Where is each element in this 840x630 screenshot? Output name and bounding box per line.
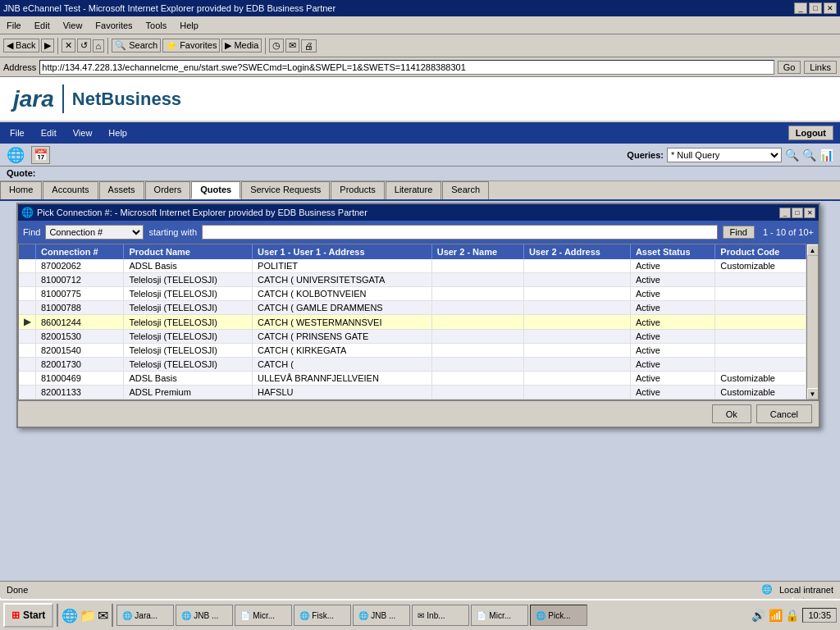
status-right: 🌐 Local intranet: [761, 584, 833, 595]
tab-accounts[interactable]: Accounts: [43, 181, 98, 199]
toolbar-separator-1: [57, 38, 58, 54]
app-menu-edit[interactable]: Edit: [38, 126, 60, 139]
app-menu-file[interactable]: File: [7, 126, 28, 139]
mail-button[interactable]: ✉: [285, 39, 299, 52]
back-button[interactable]: ◀ Back: [3, 39, 39, 52]
user1addr-10: HAFSLU: [253, 386, 432, 399]
minimize-button[interactable]: _: [794, 2, 807, 14]
taskbar-micr2-button[interactable]: 📄 Micr...: [471, 605, 528, 626]
popup-restore-button[interactable]: □: [792, 208, 803, 218]
tab-literature[interactable]: Literature: [386, 181, 441, 199]
taskbar-ie-icon[interactable]: 🌐: [62, 608, 78, 623]
tab-search[interactable]: Search: [442, 181, 489, 199]
menu-help[interactable]: Help: [176, 19, 202, 32]
menu-file[interactable]: File: [3, 19, 25, 32]
popup-minimize-button[interactable]: _: [779, 208, 791, 218]
address-input[interactable]: [39, 60, 774, 75]
go-button[interactable]: Go: [778, 61, 801, 74]
table-row[interactable]: 82001133 ADSL Premium HAFSLU Active Cust…: [19, 386, 806, 399]
menu-view[interactable]: View: [60, 19, 86, 32]
table-row[interactable]: 82001540 Telelosji (TELELOSJI) CATCH ( K…: [19, 344, 806, 358]
taskbar-jara-button[interactable]: 🌐 Jara...: [116, 605, 174, 626]
query-search-icon-2[interactable]: 🔍: [802, 148, 816, 162]
media-button[interactable]: ▶ Media: [221, 39, 262, 52]
table-row[interactable]: 81000712 Telelosji (TELELOSJI) CATCH ( U…: [19, 273, 806, 287]
row-arrow-1: [19, 259, 36, 273]
taskbar-separator-2: [112, 604, 113, 627]
table-row[interactable]: 81000788 Telelosji (TELELOSJI) CATCH ( G…: [19, 301, 806, 315]
query-search-icon-1[interactable]: 🔍: [785, 148, 799, 162]
popup-table-scrollbar[interactable]: ▲ ▼: [806, 244, 818, 399]
menu-tools[interactable]: Tools: [143, 19, 171, 32]
user2name-5: [431, 315, 523, 330]
clock: 10:35: [802, 608, 837, 623]
ok-button[interactable]: Ok: [712, 404, 751, 423]
connection-9: 81000469: [36, 372, 124, 386]
taskbar-inbox-icon: ✉: [418, 611, 424, 620]
table-row[interactable]: 87002062 ADSL Basis POLITIET Active Cust…: [19, 259, 806, 273]
taskbar-micr1-button[interactable]: 📄 Micr...: [235, 605, 292, 626]
table-row[interactable]: 82001530 Telelosji (TELELOSJI) CATCH ( P…: [19, 330, 806, 344]
code-7: [715, 344, 806, 358]
scroll-down-button[interactable]: ▼: [807, 388, 819, 399]
cancel-button[interactable]: Cancel: [756, 404, 812, 423]
favorites-button[interactable]: ⭐ Favorites: [162, 39, 220, 52]
app-menu-help[interactable]: Help: [105, 126, 130, 139]
tab-service-requests[interactable]: Service Requests: [241, 181, 330, 199]
taskbar-fisk-icon: 🌐: [299, 611, 309, 620]
taskbar-pick-button[interactable]: 🌐 Pick...: [530, 605, 587, 626]
popup-close-button[interactable]: ✕: [804, 208, 815, 218]
close-button[interactable]: ✕: [824, 2, 837, 14]
search-button[interactable]: 🔍 Search: [112, 39, 161, 52]
stop-button[interactable]: ✕: [62, 39, 75, 52]
taskbar-pick-icon: 🌐: [536, 611, 546, 620]
tab-home[interactable]: Home: [0, 181, 42, 199]
table-row[interactable]: 81000469 ADSL Basis ULLEVÅ BRANNFJELLVEI…: [19, 372, 806, 386]
home-button[interactable]: ⌂: [93, 39, 105, 52]
print-button[interactable]: 🖨: [301, 39, 317, 52]
taskbar-inbox-button[interactable]: ✉ Inb...: [412, 605, 469, 626]
popup-search-input[interactable]: [202, 225, 717, 240]
table-row[interactable]: 82001730 Telelosji (TELELOSJI) CATCH ( A…: [19, 358, 806, 372]
system-tray: 🔊 📶 🔒: [751, 609, 800, 622]
popup-title-icon: 🌐: [21, 207, 34, 218]
row-arrow-7: [19, 344, 36, 358]
taskbar-folder-icon[interactable]: 📁: [80, 608, 96, 623]
query-chart-icon[interactable]: 📊: [819, 148, 833, 162]
popup-dialog: 🌐 Pick Connection #: - Microsoft Interne…: [16, 203, 820, 428]
user1addr-7: CATCH ( KIRKEGATA: [253, 344, 432, 358]
connection-1: 87002062: [36, 259, 124, 273]
globe-icon[interactable]: 🌐: [7, 146, 25, 164]
start-button[interactable]: ⊞ Start: [3, 603, 53, 628]
status-bar: Done 🌐 Local intranet: [0, 581, 840, 597]
links-button[interactable]: Links: [804, 61, 837, 74]
taskbar-jnb2-icon: 🌐: [358, 611, 368, 620]
calendar-icon[interactable]: 📅: [31, 146, 50, 164]
scroll-up-button[interactable]: ▲: [807, 244, 819, 256]
tab-products[interactable]: Products: [331, 181, 384, 199]
refresh-button[interactable]: ↺: [77, 39, 91, 52]
taskbar-fisk-button[interactable]: 🌐 Fisk...: [294, 605, 351, 626]
table-row[interactable]: 81000775 Telelosji (TELELOSJI) CATCH ( K…: [19, 287, 806, 301]
tab-orders[interactable]: Orders: [145, 181, 191, 199]
history-button[interactable]: ◷: [269, 39, 284, 52]
logout-button[interactable]: Logout: [788, 126, 833, 140]
tab-assets[interactable]: Assets: [99, 181, 144, 199]
app-menu-view[interactable]: View: [70, 126, 96, 139]
forward-button[interactable]: ▶: [41, 39, 54, 52]
table-row-selected[interactable]: ▶ 86001244 Telelosji (TELELOSJI) CATCH (…: [19, 315, 806, 330]
user1addr-5: CATCH ( WESTERMANNSVEI: [253, 315, 432, 330]
product-8: Telelosji (TELELOSJI): [124, 358, 253, 372]
popup-search-dropdown[interactable]: Connection #Product NameUser 1 - Name: [45, 225, 144, 240]
menu-favorites[interactable]: Favorites: [92, 19, 135, 32]
restore-button[interactable]: □: [809, 2, 822, 14]
queries-select[interactable]: * Null Query: [667, 148, 782, 162]
find-button[interactable]: Find: [723, 226, 755, 239]
taskbar-jnb2-button[interactable]: 🌐 JNB ...: [353, 605, 410, 626]
user2addr-1: [523, 259, 630, 273]
queries-label: Queries:: [627, 150, 664, 160]
tab-quotes[interactable]: Quotes: [191, 181, 240, 199]
taskbar-email-icon[interactable]: ✉: [98, 608, 108, 623]
menu-edit[interactable]: Edit: [31, 19, 53, 32]
taskbar-jnb1-button[interactable]: 🌐 JNB ...: [176, 605, 233, 626]
